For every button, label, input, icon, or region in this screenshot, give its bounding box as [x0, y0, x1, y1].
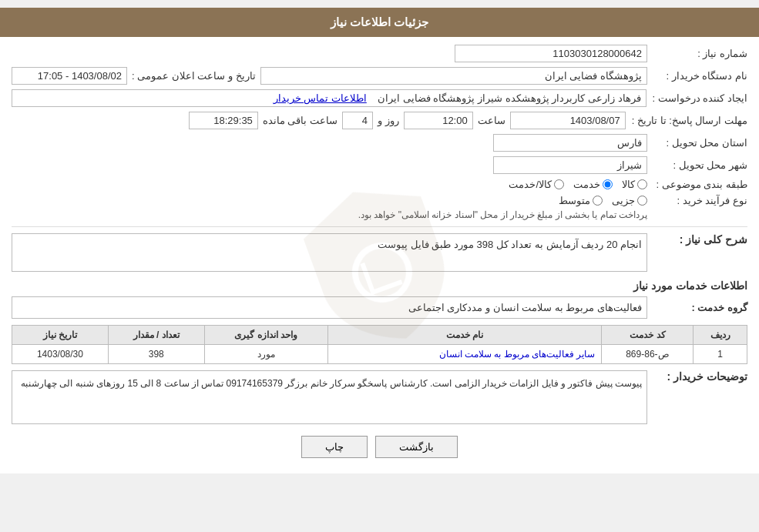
response-remaining-box: 18:29:35 [189, 112, 258, 129]
province-label: استان محل تحویل : [647, 137, 747, 149]
city-row: شهر محل تحویل : شیراز [12, 156, 747, 174]
category-kala-label: کالا [622, 179, 635, 190]
category-options: کالا خدمت کالا/خدمت [12, 179, 647, 190]
action-buttons: بازگشت چاپ [12, 436, 747, 458]
process-radio-mottavasset[interactable] [593, 196, 603, 206]
requester-label: ایجاد کننده درخواست : [646, 92, 747, 104]
category-khedmat-label: خدمت [573, 179, 600, 190]
response-date-box: 1403/08/07 [510, 112, 626, 129]
col-row: ردیف [694, 326, 747, 345]
service-section-title: اطلاعات خدمات مورد نیاز [12, 279, 747, 292]
process-jozi-label: جزیی [612, 195, 635, 206]
category-row: طبقه بندی موضوعی : کالا خدمت کالا/خدمت [12, 179, 747, 190]
requester-row: ایجاد کننده درخواست : فرهاد زارعی کاربرد… [12, 89, 747, 107]
niaaz-number-box: 1103030128000642 [455, 45, 647, 62]
buyer-notes-row: توضیحات خریدار : پیوست پیش فاکتور و فایل… [12, 370, 747, 424]
requester-text: فرهاد زارعی کاربردار پژوهشکده شیراز پژوه… [378, 92, 640, 104]
requester-value: فرهاد زارعی کاربردار پژوهشکده شیراز پژوه… [12, 89, 646, 107]
city-box: شیراز [493, 156, 647, 174]
page-title: جزئیات اطلاعات نیاز [331, 15, 428, 28]
buyer-org-value: پژوهشگاه فضایی ایران تاریخ و ساعت اعلان … [12, 67, 647, 85]
buyer-org-row: نام دستگاه خریدار : پژوهشگاه فضایی ایران… [12, 67, 747, 85]
category-option-kala: کالا [622, 179, 647, 190]
response-day-box: 4 [342, 112, 373, 129]
process-option-mottavasset: متوسط [559, 195, 603, 206]
service-table: ردیف کد خدمت نام خدمت واحد اندازه گیری ت… [12, 325, 747, 364]
cell-date: 1403/08/30 [12, 345, 109, 364]
buyer-org-box: پژوهشگاه فضایی ایران [260, 67, 647, 85]
response-deadline-row: مهلت ارسال پاسخ: تا تاریخ : 1403/08/07 س… [12, 112, 747, 129]
category-radio-khedmat[interactable] [603, 179, 613, 189]
niaaz-number-row: شماره نیاز : 1103030128000642 [12, 45, 747, 62]
service-group-box: فعالیت‌های مربوط به سلامت انسان و مددکار… [12, 296, 647, 319]
cell-quantity: 398 [108, 345, 204, 364]
category-radio-kala[interactable] [637, 179, 647, 189]
province-row: استان محل تحویل : فارس [12, 134, 747, 152]
content-area: شماره نیاز : 1103030128000642 نام دستگاه… [0, 37, 759, 473]
process-type-options: جزیی متوسط پرداخت تمام یا بخشی از مبلغ خ… [12, 195, 647, 220]
announcement-date-box: 1403/08/02 - 17:05 [12, 67, 127, 85]
response-time-box: 12:00 [404, 112, 473, 129]
col-name: نام خدمت [327, 326, 602, 345]
niaaz-number-value: 1103030128000642 [12, 45, 647, 62]
table-header-row: ردیف کد خدمت نام خدمت واحد اندازه گیری ت… [12, 326, 747, 345]
buyer-notes-box: پیوست پیش فاکتور و فایل الزامات خریدار ا… [12, 370, 647, 424]
response-day-label: روز و [378, 115, 399, 126]
need-desc-value: انجام 20 ردیف آزمایش به تعداد کل 398 مور… [12, 233, 647, 272]
category-kala-khedmat-label: کالا/خدمت [509, 179, 552, 190]
city-label: شهر محل تحویل : [647, 159, 747, 171]
category-option-khedmat: خدمت [573, 179, 613, 190]
cell-row: 1 [694, 345, 747, 364]
need-desc-box: انجام 20 ردیف آزمایش به تعداد کل 398 مور… [12, 233, 647, 272]
contact-link[interactable]: اطلاعات تماس خریدار [274, 92, 367, 104]
col-quantity: تعداد / مقدار [108, 326, 204, 345]
process-radio-jozi[interactable] [637, 196, 647, 206]
cell-unit: مورد [204, 345, 327, 364]
cell-code: ص-86-869 [602, 345, 694, 364]
col-code: کد خدمت [602, 326, 694, 345]
col-unit: واحد اندازه گیری [204, 326, 327, 345]
page-container: جزئیات اطلاعات نیاز شماره نیاز : 1103030… [0, 8, 759, 473]
back-button[interactable]: بازگشت [375, 436, 458, 458]
divider-1 [12, 226, 747, 227]
process-type-label: نوع فرآیند خرید : [647, 195, 747, 206]
province-box: فارس [493, 134, 647, 152]
service-group-row: گروه خدمت : فعالیت‌های مربوط به سلامت ان… [12, 296, 747, 319]
response-deadline-label: مهلت ارسال پاسخ: تا تاریخ : [626, 115, 747, 126]
city-value: شیراز [12, 156, 647, 174]
print-button[interactable]: چاپ [301, 436, 368, 458]
process-mottavasset-label: متوسط [559, 195, 590, 206]
process-description: پرداخت تمام یا بخشی از مبلغ خریدار از مح… [12, 209, 647, 220]
service-group-label: گروه خدمت : [647, 302, 747, 313]
process-option-jozi: جزیی [612, 195, 647, 206]
province-value: فارس [12, 134, 647, 152]
response-remaining-label: ساعت باقی مانده [263, 115, 338, 126]
response-deadline-value: 1403/08/07 ساعت 12:00 روز و 4 ساعت باقی … [12, 112, 626, 129]
category-radio-kala-khedmat[interactable] [554, 179, 564, 189]
announcement-date-label: تاریخ و ساعت اعلان عمومی : [132, 70, 256, 82]
category-label: طبقه بندی موضوعی : [647, 179, 747, 190]
buyer-notes-value: پیوست پیش فاکتور و فایل الزامات خریدار ا… [12, 370, 647, 424]
service-table-section: ردیف کد خدمت نام خدمت واحد اندازه گیری ت… [12, 325, 747, 364]
need-desc-label: شرح کلی نیاز : [647, 233, 747, 246]
cell-name: سایر فعالیت‌های مربوط به سلامت انسان [327, 345, 602, 364]
buyer-notes-label: توضیحات خریدار : [647, 370, 747, 383]
col-date: تاریخ نیاز [12, 326, 109, 345]
requester-box: فرهاد زارعی کاربردار پژوهشکده شیراز پژوه… [12, 89, 646, 107]
niaaz-number-label: شماره نیاز : [647, 48, 747, 59]
service-group-value: فعالیت‌های مربوط به سلامت انسان و مددکار… [12, 296, 647, 319]
response-time-label: ساعت [478, 115, 505, 126]
need-desc-row: شرح کلی نیاز : انجام 20 ردیف آزمایش به ت… [12, 233, 747, 272]
buyer-org-label: نام دستگاه خریدار : [647, 70, 747, 82]
table-row: 1 ص-86-869 سایر فعالیت‌های مربوط به سلام… [12, 345, 747, 364]
page-header: جزئیات اطلاعات نیاز [0, 8, 759, 37]
process-type-row: نوع فرآیند خرید : جزیی متوسط پرداخت تمام… [12, 195, 747, 220]
category-option-kala-khedmat: کالا/خدمت [509, 179, 564, 190]
